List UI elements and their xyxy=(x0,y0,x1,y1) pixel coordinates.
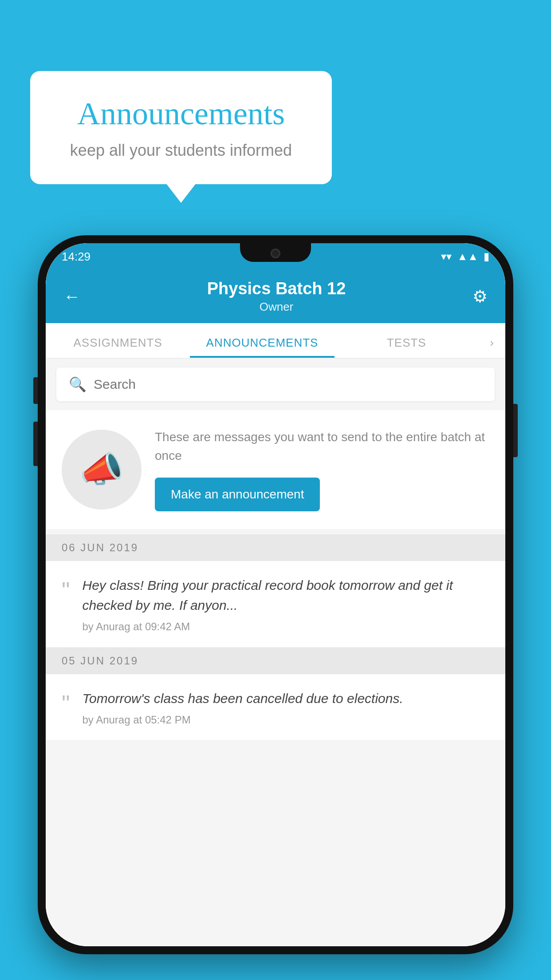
phone-notch xyxy=(240,243,311,262)
phone-volume-button-1 xyxy=(33,377,38,404)
content-area: 🔍 📣 These are messages you want to send … xyxy=(46,359,505,946)
promo-description: These are messages you want to send to t… xyxy=(155,428,489,465)
speech-bubble-subtitle: keep all your students informed xyxy=(57,141,305,160)
header-subtitle: Owner xyxy=(207,300,346,314)
app-header: ← Physics Batch 12 Owner ⚙ xyxy=(46,270,505,323)
speech-bubble-title: Announcements xyxy=(57,95,305,132)
tab-assignments[interactable]: ASSIGNMENTS xyxy=(46,336,190,358)
phone-screen: 14:29 ▾▾ ▲▲ ▮ ← Physics Batch 12 Owner ⚙ xyxy=(46,243,505,946)
phone-container: 14:29 ▾▾ ▲▲ ▮ ← Physics Batch 12 Owner ⚙ xyxy=(38,235,513,954)
phone-inner: 14:29 ▾▾ ▲▲ ▮ ← Physics Batch 12 Owner ⚙ xyxy=(46,243,505,946)
tab-more[interactable]: › xyxy=(479,336,505,358)
phone-volume-button-2 xyxy=(33,422,38,466)
phone-power-button xyxy=(513,404,518,457)
announcement-text-1: Hey class! Bring your practical record b… xyxy=(82,575,489,633)
announcement-text-2: Tomorrow's class has been cancelled due … xyxy=(82,688,489,726)
tab-announcements[interactable]: ANNOUNCEMENTS xyxy=(190,336,334,358)
date-separator-2: 05 JUN 2019 xyxy=(46,648,505,674)
phone-outer: 14:29 ▾▾ ▲▲ ▮ ← Physics Batch 12 Owner ⚙ xyxy=(38,235,513,954)
tab-tests[interactable]: TESTS xyxy=(335,336,479,358)
battery-icon: ▮ xyxy=(484,250,489,263)
speech-bubble-container: Announcements keep all your students inf… xyxy=(30,71,332,184)
search-bar[interactable]: 🔍 xyxy=(56,368,495,401)
wifi-icon: ▾▾ xyxy=(441,250,452,263)
gear-icon[interactable]: ⚙ xyxy=(472,287,488,306)
quote-icon-2: " xyxy=(62,692,70,715)
back-button[interactable]: ← xyxy=(63,287,80,306)
header-center: Physics Batch 12 Owner xyxy=(207,279,346,314)
status-icons: ▾▾ ▲▲ ▮ xyxy=(441,250,489,263)
speech-bubble: Announcements keep all your students inf… xyxy=(30,71,332,184)
signal-icon: ▲▲ xyxy=(457,250,478,263)
promo-text-area: These are messages you want to send to t… xyxy=(155,428,489,511)
announcement-message-2: Tomorrow's class has been cancelled due … xyxy=(82,688,489,708)
tabs-container: ASSIGNMENTS ANNOUNCEMENTS TESTS › xyxy=(46,323,505,359)
announcement-item-1[interactable]: " Hey class! Bring your practical record… xyxy=(46,561,505,648)
announcement-meta-2: by Anurag at 05:42 PM xyxy=(82,714,489,726)
announcement-item-2[interactable]: " Tomorrow's class has been cancelled du… xyxy=(46,674,505,741)
header-title: Physics Batch 12 xyxy=(207,279,346,298)
phone-camera xyxy=(271,249,280,258)
quote-icon-1: " xyxy=(62,579,70,602)
promo-card: 📣 These are messages you want to send to… xyxy=(46,410,505,529)
search-input[interactable] xyxy=(94,377,482,392)
search-icon: 🔍 xyxy=(69,376,87,393)
date-separator-1: 06 JUN 2019 xyxy=(46,534,505,561)
promo-icon-circle: 📣 xyxy=(62,430,142,510)
announcement-message-1: Hey class! Bring your practical record b… xyxy=(82,575,489,615)
make-announcement-button[interactable]: Make an announcement xyxy=(155,478,320,511)
status-time: 14:29 xyxy=(62,250,91,264)
megaphone-icon: 📣 xyxy=(79,449,124,490)
announcement-meta-1: by Anurag at 09:42 AM xyxy=(82,620,489,633)
